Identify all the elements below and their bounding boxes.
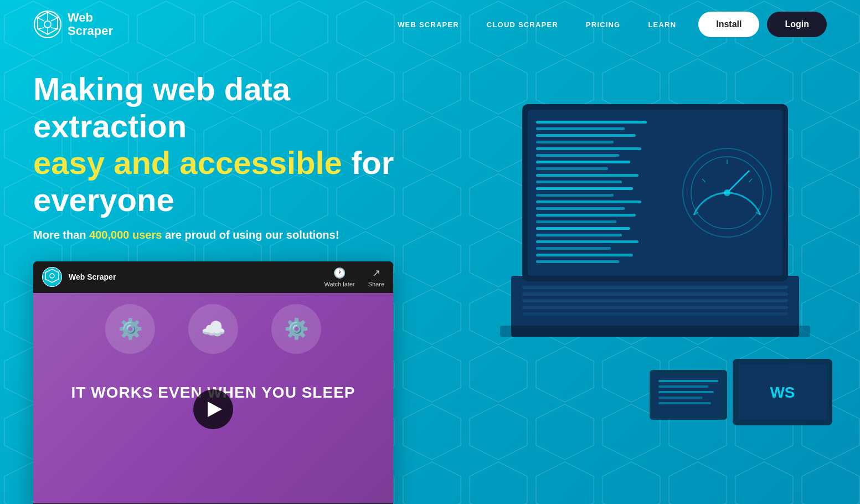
svg-rect-50 xyxy=(536,220,616,223)
logo-text-scraper: Scraper xyxy=(68,24,113,38)
video-top-actions: 🕐 Watch later ↗ Share xyxy=(324,267,384,287)
svg-rect-54 xyxy=(536,247,611,250)
share-icon: ↗ xyxy=(372,267,380,279)
svg-rect-24 xyxy=(658,402,711,404)
nav-link-cloud-scraper[interactable]: CLOUD SCRAPER xyxy=(487,20,558,29)
svg-rect-46 xyxy=(536,194,614,197)
nav-link-pricing[interactable]: PRICING xyxy=(586,20,621,29)
svg-rect-48 xyxy=(536,207,625,210)
svg-rect-51 xyxy=(536,227,630,230)
hero-right: WS xyxy=(421,71,827,403)
watch-later-action[interactable]: 🕐 Watch later xyxy=(324,267,354,287)
share-action[interactable]: ↗ Share xyxy=(368,267,384,287)
svg-rect-45 xyxy=(536,187,633,190)
svg-rect-43 xyxy=(536,174,638,177)
svg-rect-53 xyxy=(536,240,638,243)
video-container: Web Scraper 🕐 Watch later ↗ Share ⚙️ xyxy=(33,261,393,504)
svg-rect-41 xyxy=(536,161,630,163)
svg-rect-37 xyxy=(536,134,636,137)
svg-line-6 xyxy=(51,18,58,21)
svg-rect-40 xyxy=(536,154,619,157)
nav-link-web-scraper[interactable]: WEB SCRAPER xyxy=(398,20,459,29)
video-thumbnail[interactable]: ⚙️ ☁️ ⚙️ IT WORKS EVEN WHEN YOU SLEEP xyxy=(33,293,393,503)
hero-title-line1: Making web data extraction xyxy=(33,71,290,144)
login-button[interactable]: Login xyxy=(767,12,827,37)
hero-title-everyone: everyone xyxy=(33,182,174,218)
svg-rect-44 xyxy=(536,181,622,183)
svg-rect-47 xyxy=(536,200,641,203)
gear-icon-1: ⚙️ xyxy=(105,304,155,354)
svg-rect-38 xyxy=(536,141,614,143)
svg-point-4 xyxy=(44,21,51,28)
video-icons-row: ⚙️ ☁️ ⚙️ xyxy=(33,304,393,354)
svg-rect-39 xyxy=(536,147,641,150)
svg-line-10 xyxy=(38,18,44,21)
hero-subtitle-highlight: 400,000 users xyxy=(89,229,162,241)
svg-rect-22 xyxy=(658,391,714,393)
svg-rect-56 xyxy=(536,260,619,263)
hero-subtitle-prefix: More than xyxy=(33,229,89,241)
hero-section: Making web data extraction easy and acce… xyxy=(0,49,860,504)
svg-rect-23 xyxy=(658,397,703,399)
svg-rect-28 xyxy=(522,286,788,289)
svg-point-60 xyxy=(724,189,730,196)
navbar: Web Scraper WEB SCRAPER CLOUD SCRAPER PR… xyxy=(0,0,860,49)
svg-line-7 xyxy=(51,28,58,29)
nav-link-learn[interactable]: LEARN xyxy=(648,20,676,29)
logo-icon xyxy=(33,10,62,39)
svg-text:WS: WS xyxy=(770,384,795,401)
svg-rect-21 xyxy=(658,385,708,388)
hero-subtitle: More than 400,000 users are proud of usi… xyxy=(33,229,421,241)
svg-rect-32 xyxy=(522,312,788,316)
logo-text-web: Web xyxy=(68,11,113,24)
svg-rect-31 xyxy=(522,306,788,309)
logo-link[interactable]: Web Scraper xyxy=(33,10,113,39)
nav-links: WEB SCRAPER CLOUD SCRAPER PRICING LEARN xyxy=(398,20,676,29)
install-button[interactable]: Install xyxy=(698,12,759,37)
svg-rect-52 xyxy=(536,234,622,236)
share-label: Share xyxy=(368,281,384,287)
svg-rect-35 xyxy=(536,121,647,124)
svg-line-9 xyxy=(38,28,44,29)
watch-later-icon: 🕐 xyxy=(333,267,346,279)
watch-later-label: Watch later xyxy=(324,281,354,287)
hero-title-highlight: easy and accessible xyxy=(33,145,342,181)
svg-rect-49 xyxy=(536,214,636,217)
svg-rect-30 xyxy=(522,299,788,302)
hero-left: Making web data extraction easy and acce… xyxy=(33,71,421,504)
laptop-illustration: WS xyxy=(456,38,843,425)
svg-rect-29 xyxy=(522,292,788,296)
hero-title-for: for xyxy=(351,145,394,181)
channel-icon xyxy=(42,267,62,287)
video-top-bar: Web Scraper 🕐 Watch later ↗ Share xyxy=(33,261,393,293)
svg-rect-42 xyxy=(536,167,608,170)
hero-subtitle-suffix: are proud of using our solutions! xyxy=(162,229,339,241)
svg-rect-20 xyxy=(658,380,718,382)
play-button[interactable] xyxy=(193,389,233,429)
gear-icon-2: ⚙️ xyxy=(271,304,321,354)
svg-rect-55 xyxy=(536,254,633,256)
channel-name: Web Scraper xyxy=(69,272,317,281)
cloud-icon: ☁️ xyxy=(188,304,238,354)
svg-rect-36 xyxy=(536,127,625,130)
hero-title: Making web data extraction easy and acce… xyxy=(33,71,421,219)
